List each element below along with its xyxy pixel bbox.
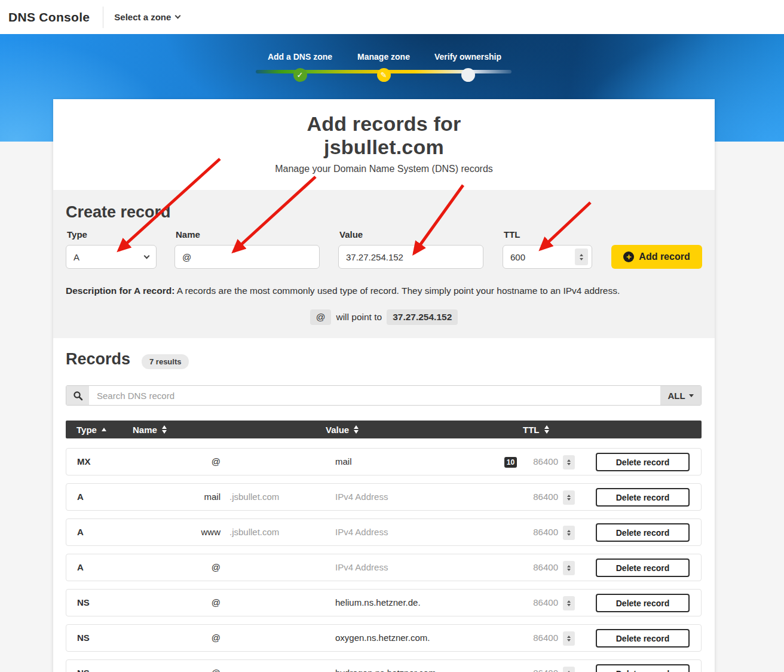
search-icon <box>66 386 89 405</box>
ttl-stepper[interactable] <box>563 561 575 575</box>
value-label: Value <box>339 229 363 240</box>
column-header-value[interactable]: Value <box>326 421 359 438</box>
record-name-suffix: .jsbullet.com <box>229 527 279 537</box>
record-value-input[interactable]: helium.ns.hetzner.de. <box>335 597 421 607</box>
stepper-icons[interactable] <box>563 596 575 610</box>
record-description-text: A records are the most commonly used typ… <box>174 286 620 296</box>
record-type: NS <box>77 668 90 672</box>
column-header-name[interactable]: Name <box>133 421 167 438</box>
app-logo[interactable]: DNS Console <box>8 10 90 24</box>
results-count-badge: 7 results <box>142 354 189 369</box>
record-ttl-input[interactable]: 86400 <box>485 668 558 672</box>
step-verify-ownership[interactable]: Verify ownership <box>420 52 516 82</box>
ttl-stepper[interactable] <box>563 596 575 610</box>
create-record-section: Create record Type Name Value TTL A <box>53 190 715 338</box>
create-record-heading: Create record <box>66 203 171 222</box>
stepper-down-icon[interactable] <box>580 258 583 260</box>
stepper-down-icon[interactable] <box>567 604 571 606</box>
stepper-up-icon[interactable] <box>567 565 571 567</box>
record-name-input[interactable]: @ <box>126 456 220 467</box>
stepper-icons[interactable] <box>563 490 575 505</box>
step-label: Add a DNS zone <box>252 52 348 62</box>
chevron-down-icon <box>144 253 150 259</box>
table-row: A@IPv4 Address86400Delete record <box>66 554 702 581</box>
step-add-dns-zone[interactable]: Add a DNS zone ✓ <box>252 52 348 82</box>
stepper-up-icon[interactable] <box>580 254 583 256</box>
record-value-input[interactable]: IPv4 Address <box>335 527 388 537</box>
delete-record-button[interactable]: Delete record <box>596 664 690 672</box>
column-header-ttl[interactable]: TTL <box>523 421 549 438</box>
stepper-icons[interactable] <box>563 561 575 575</box>
ttl-stepper[interactable] <box>563 455 575 470</box>
ttl-stepper[interactable] <box>563 526 575 540</box>
record-name-input[interactable]: @ <box>126 562 220 572</box>
search-input[interactable] <box>89 386 660 405</box>
stepper-up-icon[interactable] <box>567 600 571 603</box>
stepper-up-icon[interactable] <box>567 495 571 497</box>
stepper-icons[interactable] <box>563 631 575 646</box>
ttl-stepper[interactable] <box>563 490 575 505</box>
record-ttl-input[interactable]: 86400 <box>485 456 558 467</box>
zone-selector-dropdown[interactable]: Select a zone <box>114 12 180 22</box>
record-value-input[interactable]: IPv4 Address <box>335 562 388 572</box>
record-name-input[interactable]: www <box>126 527 220 537</box>
record-value-input[interactable]: IPv4 Address <box>335 492 388 502</box>
ttl-stepper[interactable] <box>575 248 588 265</box>
plus-circle-icon: + <box>623 251 634 262</box>
record-name-input[interactable]: @ <box>126 668 220 672</box>
stepper-down-icon[interactable] <box>567 498 571 501</box>
delete-record-button[interactable]: Delete record <box>596 594 690 612</box>
delete-record-button[interactable]: Delete record <box>596 488 690 507</box>
stepper-up-icon[interactable] <box>567 636 571 638</box>
check-icon: ✓ <box>293 68 307 82</box>
value-input-field[interactable] <box>346 252 476 262</box>
step-manage-zone[interactable]: Manage zone ✎ <box>336 52 431 82</box>
record-value-input[interactable]: oxygen.ns.hetzner.com. <box>335 633 430 643</box>
record-ttl-input[interactable]: 86400 <box>485 492 558 502</box>
ttl-input-field[interactable] <box>510 252 564 262</box>
record-ttl-input[interactable]: 86400 <box>485 633 558 643</box>
delete-record-button[interactable]: Delete record <box>596 453 690 471</box>
delete-record-button[interactable]: Delete record <box>596 559 690 577</box>
table-row: NS@hydrogen.ns.hetzner.com.86400Delete r… <box>66 659 702 672</box>
ttl-stepper[interactable] <box>563 631 575 646</box>
stepper-down-icon[interactable] <box>567 569 571 571</box>
stepper-icons[interactable] <box>563 455 575 470</box>
record-name-input[interactable]: mail <box>126 492 220 502</box>
type-select[interactable]: A <box>66 245 157 269</box>
record-preview: @ will point to 37.27.254.152 <box>53 309 715 325</box>
ttl-input[interactable] <box>503 245 592 269</box>
record-value-input[interactable]: mail <box>335 456 352 467</box>
record-name-input[interactable]: @ <box>126 633 220 643</box>
record-ttl-input[interactable]: 86400 <box>485 527 558 537</box>
stepper-icons[interactable] <box>563 526 575 540</box>
record-value-input[interactable]: hydrogen.ns.hetzner.com. <box>335 668 439 672</box>
ttl-stepper[interactable] <box>563 667 575 672</box>
stepper-down-icon[interactable] <box>567 639 571 642</box>
record-type: NS <box>77 597 90 607</box>
column-header-type[interactable]: Type <box>76 421 106 438</box>
value-input[interactable] <box>338 245 483 269</box>
add-record-button-label: Add record <box>639 251 690 262</box>
stepper-up-icon[interactable] <box>567 530 571 532</box>
stepper-up-icon[interactable] <box>567 459 571 462</box>
record-ttl-input[interactable]: 86400 <box>485 597 558 607</box>
name-input-field[interactable] <box>182 252 312 262</box>
delete-record-button[interactable]: Delete record <box>596 629 690 648</box>
chevron-down-icon <box>175 13 181 19</box>
stepper-icons[interactable] <box>563 667 575 672</box>
record-name-input[interactable]: @ <box>126 597 220 607</box>
stepper-down-icon[interactable] <box>567 463 571 465</box>
records-search-bar: ALL <box>66 385 702 406</box>
record-type: A <box>77 562 84 572</box>
dns-console-page: DNS Console Select a zone Add a DNS zone… <box>0 0 784 672</box>
page-subtitle: Manage your Domain Name System (DNS) rec… <box>53 164 715 174</box>
name-input[interactable] <box>174 245 320 269</box>
stepper-down-icon[interactable] <box>567 533 571 536</box>
step-label: Manage zone <box>336 52 431 62</box>
record-description: Description for A record: A records are … <box>66 286 620 296</box>
delete-record-button[interactable]: Delete record <box>596 523 690 542</box>
add-record-button[interactable]: + Add record <box>611 245 702 269</box>
record-type-filter-button[interactable]: ALL <box>660 386 701 405</box>
record-ttl-input[interactable]: 86400 <box>485 562 558 572</box>
